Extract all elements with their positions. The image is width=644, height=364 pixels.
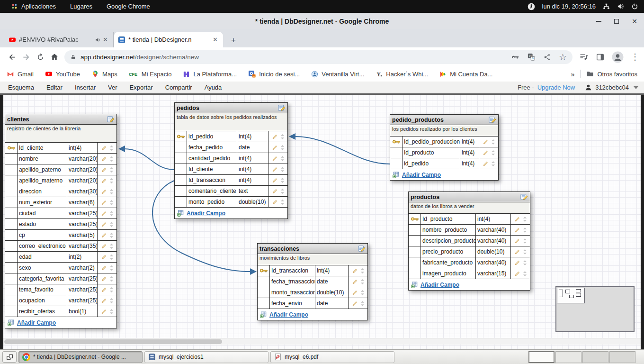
side-panel-icon[interactable] <box>596 53 605 62</box>
bookmark-laplataforma[interactable]: La Plataforma... <box>183 71 237 78</box>
schema-canvas[interactable]: clientesregistro de clientes de la libre… <box>0 95 644 349</box>
move-field-icon[interactable] <box>109 210 114 217</box>
edit-field-icon[interactable] <box>101 265 107 271</box>
edit-field-icon[interactable] <box>272 155 278 162</box>
edit-field-icon[interactable] <box>101 287 107 293</box>
move-field-icon[interactable] <box>523 249 527 255</box>
edit-field-icon[interactable] <box>483 161 489 167</box>
active-app-menu[interactable]: Google Chrome <box>99 0 157 13</box>
edit-field-icon[interactable] <box>101 243 107 249</box>
field-row-id_pedido[interactable]: id_pedidoint(4) <box>175 131 287 142</box>
tab-audio-icon[interactable] <box>95 36 101 43</box>
user-caret-icon[interactable] <box>634 86 638 89</box>
move-field-icon[interactable] <box>109 265 114 271</box>
edit-field-icon[interactable] <box>101 232 107 238</box>
move-field-icon[interactable] <box>491 139 495 145</box>
field-row-fabricante_producto[interactable]: fabricante_productovarchar(40) <box>409 257 530 268</box>
field-row-ocupacion[interactable]: ocupacionvarchar(25) <box>5 295 116 306</box>
move-field-icon[interactable] <box>280 155 285 162</box>
field-row-apellido_paterno[interactable]: apellido_paternovarchar(20) <box>5 164 116 175</box>
bookmark-micuenta[interactable]: Mi Cuenta Da... <box>439 71 492 78</box>
field-row-direccion[interactable]: direccionvarchar(30) <box>5 186 116 197</box>
move-field-icon[interactable] <box>109 145 114 151</box>
edit-field-icon[interactable] <box>101 254 107 260</box>
edit-field-icon[interactable] <box>483 150 489 156</box>
tab-dbdesigner[interactable]: * tienda | DbDesigner.n ✕ <box>114 32 223 47</box>
move-field-icon[interactable] <box>491 150 495 156</box>
edit-field-icon[interactable] <box>101 145 107 151</box>
edit-field-icon[interactable] <box>101 167 107 173</box>
move-field-icon[interactable] <box>360 300 365 307</box>
field-row-Id_cliente[interactable]: Id_clienteint(4) <box>5 143 116 154</box>
edit-field-icon[interactable] <box>101 221 107 228</box>
bookmark-maps[interactable]: Maps <box>91 70 117 78</box>
field-row-fecha_pedido[interactable]: fecha_pedidodate <box>175 142 287 153</box>
taskbar-window-archive[interactable]: mysql_ejercicios1 <box>144 351 268 363</box>
table-header-productos[interactable]: productos <box>409 192 530 202</box>
edit-table-icon[interactable] <box>520 193 528 200</box>
passwords-key-icon[interactable] <box>511 53 519 61</box>
add-field-icon[interactable] <box>411 281 418 288</box>
add-field-link[interactable]: Añadir Campo <box>17 319 56 326</box>
add-field-icon[interactable] <box>393 171 400 178</box>
move-field-icon[interactable] <box>109 287 114 293</box>
add-field-icon[interactable] <box>177 209 184 217</box>
field-row-sexo[interactable]: sexovarchar(2) <box>5 263 116 273</box>
field-row-categoria_favorita[interactable]: categoria_favoritavarchar(25) <box>5 273 116 284</box>
edit-field-icon[interactable] <box>514 271 520 277</box>
upgrade-link[interactable]: Upgrade Now <box>537 84 575 91</box>
field-row-Id_producto[interactable]: Id_productoint(4) <box>409 214 530 225</box>
share-icon[interactable] <box>543 53 551 61</box>
bookmark-cfe[interactable]: CFEMi Espacio <box>129 71 172 78</box>
move-field-icon[interactable] <box>109 167 114 173</box>
maximize-button[interactable] <box>614 19 619 24</box>
bookmark-star-icon[interactable]: ☆ <box>559 53 567 62</box>
move-field-icon[interactable] <box>491 161 495 167</box>
move-field-icon[interactable] <box>523 216 527 222</box>
bookmark-ventanilla[interactable]: Ventanilla Virt... <box>311 71 364 78</box>
taskbar-window-chrome[interactable]: * tienda | DbDesigner.net - Google ... <box>18 351 143 363</box>
bookmark-hackers[interactable]: YHacker´s Whi... <box>376 71 428 78</box>
address-bar[interactable]: app.dbdesigner.net/designer/schema/new G… <box>64 50 572 64</box>
network-icon[interactable] <box>603 3 610 10</box>
field-row-descripcion_producto[interactable]: descripcion_productovarchar(40) <box>409 236 530 246</box>
edit-field-icon[interactable] <box>352 300 358 307</box>
field-row-Id_producto[interactable]: Id_productoint(4) <box>390 147 498 158</box>
bookmarks-overflow-chevron[interactable]: » <box>571 71 574 78</box>
edit-field-icon[interactable] <box>101 210 107 217</box>
add-field-icon[interactable] <box>8 319 15 326</box>
minimize-button[interactable] <box>596 21 601 22</box>
workspace-2[interactable] <box>555 351 581 363</box>
edit-field-icon[interactable] <box>101 178 107 184</box>
edit-field-icon[interactable] <box>101 189 107 195</box>
move-field-icon[interactable] <box>280 134 285 140</box>
table-header-transacciones[interactable]: transacciones <box>258 244 367 254</box>
table-productos[interactable]: productosdatos de los libros a venderId_… <box>408 191 530 291</box>
places-menu[interactable]: Lugares <box>63 0 99 13</box>
taskbar-window-pdf[interactable]: mysql_e6.pdf <box>270 351 394 363</box>
move-field-icon[interactable] <box>109 178 114 184</box>
profile-avatar[interactable] <box>612 51 624 63</box>
field-row-nombre_producto[interactable]: nombre_productovarchar(40) <box>409 225 530 236</box>
move-field-icon[interactable] <box>109 243 114 249</box>
add-field-link[interactable]: Añadir Campo <box>420 282 459 288</box>
field-row-apellido_materno[interactable]: apellido_maternovarchar(20) <box>5 175 116 186</box>
move-field-icon[interactable] <box>109 156 114 162</box>
field-row-nombre[interactable]: nombrevarchar(20) <box>5 154 116 164</box>
workspace-3[interactable] <box>582 351 608 363</box>
table-header-clientes[interactable]: clientes <box>5 114 116 125</box>
bookmark-inicio[interactable]: aInicio de sesi... <box>248 70 300 78</box>
volume-icon[interactable] <box>617 3 624 10</box>
field-row-Id_transaccion[interactable]: Id_transaccionint(4) <box>258 265 367 276</box>
edit-field-icon[interactable] <box>272 188 278 194</box>
field-row-tema_favorito[interactable]: tema_favoritovarchar(25) <box>5 284 116 295</box>
add-field-icon[interactable] <box>260 311 267 318</box>
workspace-1[interactable] <box>528 351 555 363</box>
clock[interactable]: lun dic 19, 20:56:16 <box>542 3 596 10</box>
move-field-icon[interactable] <box>109 298 114 304</box>
table-pedidos[interactable]: pedidostabla de datos sobre los pedidos … <box>174 102 288 219</box>
menu-item-esquema[interactable]: Esquema <box>2 84 40 91</box>
edit-field-icon[interactable] <box>101 309 107 315</box>
table-header-pedido_productos[interactable]: pedido_productos <box>390 115 498 125</box>
edit-table-icon[interactable] <box>489 116 496 123</box>
